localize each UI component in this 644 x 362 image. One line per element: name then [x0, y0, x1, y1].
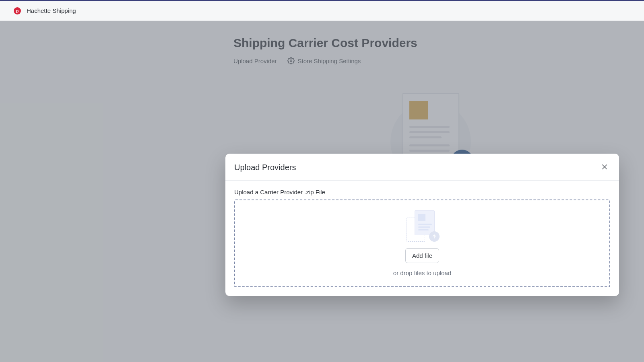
file-dropzone[interactable]: Add file or drop files to upload	[234, 200, 610, 287]
close-button[interactable]	[599, 162, 610, 173]
page-content: Shipping Carrier Cost Providers Upload P…	[0, 21, 644, 362]
modal-title: Upload Providers	[234, 163, 296, 172]
upload-field-label: Upload a Carrier Provider .zip File	[234, 189, 610, 195]
modal-header: Upload Providers	[225, 154, 619, 181]
brand-icon: p	[14, 7, 21, 14]
modal-overlay[interactable]: Upload Providers Upload a Carrier Provid…	[0, 21, 644, 362]
upload-arrow-icon	[429, 231, 440, 242]
modal-body: Upload a Carrier Provider .zip File	[225, 181, 619, 296]
drop-hint: or drop files to upload	[393, 269, 451, 276]
upload-illustration	[407, 210, 438, 242]
add-file-button[interactable]: Add file	[405, 248, 439, 263]
brand-name: Hachette Shipping	[27, 7, 76, 14]
app-bar: p Hachette Shipping	[0, 0, 644, 21]
close-icon	[601, 163, 608, 172]
upload-providers-modal: Upload Providers Upload a Carrier Provid…	[225, 154, 619, 296]
